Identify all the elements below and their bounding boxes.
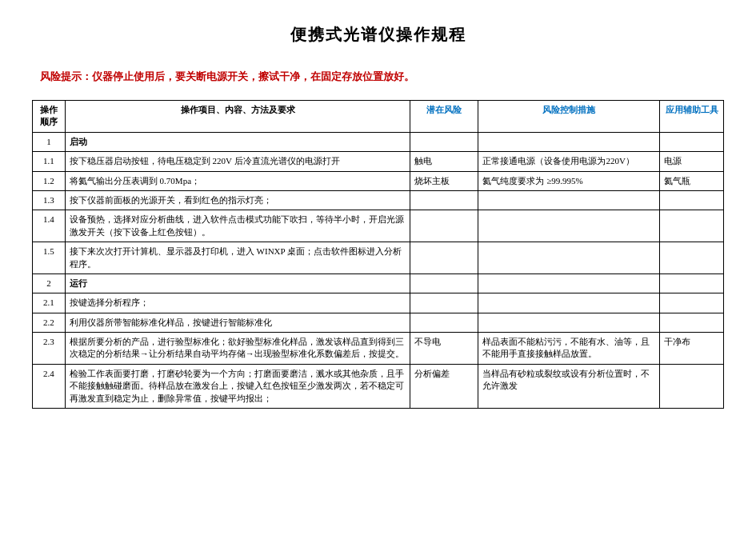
table-row: 2.2利用仪器所带智能标准化样品，按键进行智能标准化 [33, 313, 724, 332]
table-row: 2.4检验工作表面要打磨，打磨砂轮要为一个方向；打磨面要磨洁，溅水或其他杂质，且… [33, 364, 724, 408]
cell-seq: 1 [33, 132, 66, 151]
cell-ops: 检验工作表面要打磨，打磨砂轮要为一个方向；打磨面要磨洁，溅水或其他杂质，且手不能… [65, 364, 410, 408]
table-row: 2运行 [33, 273, 724, 293]
cell-seq: 2.3 [33, 333, 66, 365]
cell-tool [660, 293, 724, 313]
cell-ops: 按下稳压器启动按钮，待电压稳定到 220V 后冷直流光谱仪的电源打开 [65, 152, 410, 171]
cell-tool [660, 273, 724, 293]
cell-tool [660, 132, 724, 151]
operations-table: 操作顺序 操作项目、内容、方法及要求 潜在风险 风险控制措施 应用辅助工具 1启… [32, 100, 724, 409]
cell-tool [660, 364, 724, 408]
cell-ops: 接下来次次打开计算机、显示器及打印机，进入 WINXP 桌面；点击软件图标进入分… [65, 242, 410, 274]
cell-control [478, 273, 660, 293]
header-tool: 应用辅助工具 [660, 101, 724, 133]
cell-ops: 启动 [65, 132, 410, 151]
table-row: 1.5接下来次次打开计算机、显示器及打印机，进入 WINXP 桌面；点击软件图标… [33, 242, 724, 274]
table-row: 1.1按下稳压器启动按钮，待电压稳定到 220V 后冷直流光谱仪的电源打开触电正… [33, 152, 724, 171]
header-risk: 潜在风险 [410, 101, 478, 133]
cell-seq: 2 [33, 273, 66, 293]
cell-seq: 1.1 [33, 152, 66, 171]
cell-tool: 氦气瓶 [660, 171, 724, 190]
cell-seq: 1.4 [33, 210, 66, 242]
cell-seq: 1.3 [33, 190, 66, 210]
cell-ops: 按下仪器前面板的光源开关，看到红色的指示灯亮； [65, 190, 410, 210]
cell-tool: 电源 [660, 152, 724, 171]
table-header-row: 操作顺序 操作项目、内容、方法及要求 潜在风险 风险控制措施 应用辅助工具 [33, 101, 724, 133]
cell-risk: 分析偏差 [410, 364, 478, 408]
cell-ops: 将氦气输出分压表调到 0.70Mpa； [65, 171, 410, 190]
table-row: 1启动 [33, 132, 724, 151]
cell-tool [660, 242, 724, 274]
cell-tool [660, 210, 724, 242]
header-ops: 操作项目、内容、方法及要求 [65, 101, 410, 133]
cell-ops: 设备预热，选择对应分析曲线，进入软件点击模式功能下吹扫，等待半小时，开启光源激发… [65, 210, 410, 242]
cell-ops: 利用仪器所带智能标准化样品，按键进行智能标准化 [65, 313, 410, 332]
cell-control [478, 242, 660, 274]
cell-seq: 1.5 [33, 242, 66, 274]
cell-risk [410, 210, 478, 242]
cell-control: 样品表面不能粘污污，不能有水、油等，且不能用手直接接触样品放置。 [478, 333, 660, 365]
cell-control [478, 210, 660, 242]
cell-control: 氦气纯度要求为 ≥99.995% [478, 171, 660, 190]
table-row: 1.4设备预热，选择对应分析曲线，进入软件点击模式功能下吹扫，等待半小时，开启光… [33, 210, 724, 242]
table-row: 2.3根据所要分析的产品，进行验型标准化；欲好验型标准化样品，激发该样品直到得到… [33, 333, 724, 365]
cell-risk [410, 132, 478, 151]
cell-tool [660, 190, 724, 210]
cell-risk [410, 293, 478, 313]
cell-ops: 运行 [65, 273, 410, 293]
cell-control: 正常接通电源（设备使用电源为220V） [478, 152, 660, 171]
cell-risk: 烧坏主板 [410, 171, 478, 190]
cell-tool [660, 313, 724, 332]
cell-seq: 2.1 [33, 293, 66, 313]
cell-ops: 按键选择分析程序； [65, 293, 410, 313]
header-control: 风险控制措施 [478, 101, 660, 133]
cell-risk [410, 242, 478, 274]
cell-risk [410, 190, 478, 210]
page-title: 便携式光谱仪操作规程 [32, 24, 724, 46]
cell-control [478, 293, 660, 313]
risk-notice: 风险提示：仪器停止使用后，要关断电源开关，擦试干净，在固定存放位置放好。 [32, 70, 724, 84]
cell-control [478, 313, 660, 332]
cell-ops: 根据所要分析的产品，进行验型标准化；欲好验型标准化样品，激发该样品直到得到三次稳… [65, 333, 410, 365]
page-container: 便携式光谱仪操作规程 风险提示：仪器停止使用后，要关断电源开关，擦试干净，在固定… [0, 0, 756, 425]
cell-risk [410, 273, 478, 293]
cell-risk [410, 313, 478, 332]
cell-control [478, 190, 660, 210]
cell-control: 当样品有砂粒或裂纹或设有分析位置时，不允许激发 [478, 364, 660, 408]
table-row: 2.1按键选择分析程序； [33, 293, 724, 313]
table-row: 1.2将氦气输出分压表调到 0.70Mpa；烧坏主板氦气纯度要求为 ≥99.99… [33, 171, 724, 190]
cell-risk: 不导电 [410, 333, 478, 365]
table-row: 1.3按下仪器前面板的光源开关，看到红色的指示灯亮； [33, 190, 724, 210]
cell-risk: 触电 [410, 152, 478, 171]
cell-seq: 2.2 [33, 313, 66, 332]
header-seq: 操作顺序 [33, 101, 66, 133]
cell-seq: 1.2 [33, 171, 66, 190]
cell-tool: 干净布 [660, 333, 724, 365]
cell-control [478, 132, 660, 151]
cell-seq: 2.4 [33, 364, 66, 408]
